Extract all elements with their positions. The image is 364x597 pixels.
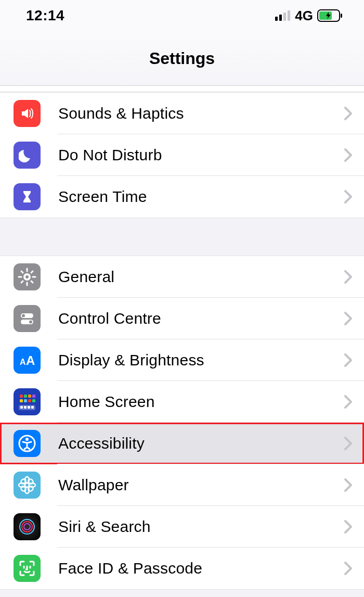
moon-icon [14, 142, 41, 169]
svg-rect-31 [24, 406, 27, 409]
svg-rect-5 [341, 14, 342, 18]
page-header: Settings [0, 31, 364, 86]
row-label: Face ID & Passcode [58, 560, 344, 577]
face-id-icon [14, 555, 41, 582]
svg-line-11 [21, 271, 23, 273]
svg-point-18 [29, 321, 32, 324]
svg-rect-27 [28, 399, 31, 402]
toggles-icon [14, 305, 41, 332]
svg-text:A: A [20, 358, 26, 366]
svg-rect-28 [32, 399, 35, 402]
page-title: Settings [149, 49, 215, 68]
svg-point-16 [22, 314, 25, 317]
row-accessibility[interactable]: Accessibility [0, 423, 364, 464]
row-do-not-disturb[interactable]: Do Not Disturb [0, 134, 364, 176]
row-label: Control Centre [58, 310, 344, 327]
chevron-right-icon [344, 190, 353, 204]
svg-line-13 [21, 281, 23, 283]
svg-rect-30 [20, 406, 23, 409]
row-wallpaper[interactable]: Wallpaper [0, 464, 364, 506]
hourglass-icon [14, 183, 41, 210]
status-indicators: 4G [275, 8, 343, 24]
svg-rect-24 [32, 395, 35, 398]
svg-rect-0 [275, 17, 278, 21]
home-grid-icon [14, 388, 41, 415]
row-label: General [58, 268, 344, 286]
row-label: Home Screen [58, 393, 344, 411]
chevron-right-icon [344, 395, 353, 409]
chevron-right-icon [344, 478, 353, 492]
row-label: Screen Time [58, 188, 344, 206]
svg-rect-33 [31, 406, 34, 409]
chevron-right-icon [344, 148, 353, 162]
row-label: Accessibility [58, 435, 344, 452]
svg-point-35 [25, 438, 29, 441]
text-size-icon: A A [14, 347, 41, 374]
row-face-id-passcode[interactable]: Face ID & Passcode [0, 548, 364, 589]
svg-rect-32 [28, 406, 30, 409]
svg-text:A: A [26, 353, 35, 367]
row-label: Sounds & Haptics [58, 105, 344, 122]
chevron-right-icon [344, 312, 353, 325]
svg-rect-2 [283, 12, 286, 21]
chevron-right-icon [344, 107, 353, 120]
svg-rect-23 [28, 395, 31, 398]
row-siri-search[interactable]: Siri & Search [0, 506, 364, 548]
row-label: Siri & Search [58, 518, 344, 536]
svg-rect-22 [24, 395, 27, 398]
row-label: Display & Brightness [58, 351, 344, 369]
flower-icon [14, 472, 41, 499]
svg-rect-21 [20, 395, 23, 398]
svg-rect-3 [288, 10, 290, 21]
sounds-icon [14, 100, 41, 127]
network-type: 4G [295, 8, 313, 24]
svg-line-12 [31, 281, 33, 283]
svg-line-14 [31, 271, 33, 273]
battery-charging-icon [317, 9, 343, 22]
row-label: Do Not Disturb [58, 146, 344, 164]
svg-point-47 [24, 524, 30, 530]
svg-rect-1 [279, 15, 282, 21]
status-time: 12:14 [26, 7, 64, 24]
siri-icon [14, 513, 41, 540]
row-display-brightness[interactable]: A A Display & Brightness [0, 339, 364, 381]
row-home-screen[interactable]: Home Screen [0, 381, 364, 423]
row-screen-time[interactable]: Screen Time [0, 176, 364, 218]
chevron-right-icon [344, 520, 353, 534]
chevron-right-icon [344, 437, 353, 450]
chevron-right-icon [344, 353, 353, 367]
gear-icon [14, 263, 41, 290]
row-sounds-haptics[interactable]: Sounds & Haptics [0, 93, 364, 134]
chevron-right-icon [344, 562, 353, 575]
settings-group-1: Sounds & Haptics Do Not Disturb Screen T… [0, 92, 364, 218]
svg-rect-25 [20, 399, 23, 402]
row-label: Wallpaper [58, 476, 344, 494]
settings-group-2: General Control Centre A A Display [0, 256, 364, 590]
status-bar: 12:14 4G [0, 0, 364, 31]
row-control-centre[interactable]: Control Centre [0, 298, 364, 339]
cellular-signal-icon [275, 10, 291, 21]
chevron-right-icon [344, 270, 353, 284]
svg-rect-26 [24, 399, 27, 402]
accessibility-icon [14, 430, 41, 457]
row-general[interactable]: General [0, 256, 364, 298]
